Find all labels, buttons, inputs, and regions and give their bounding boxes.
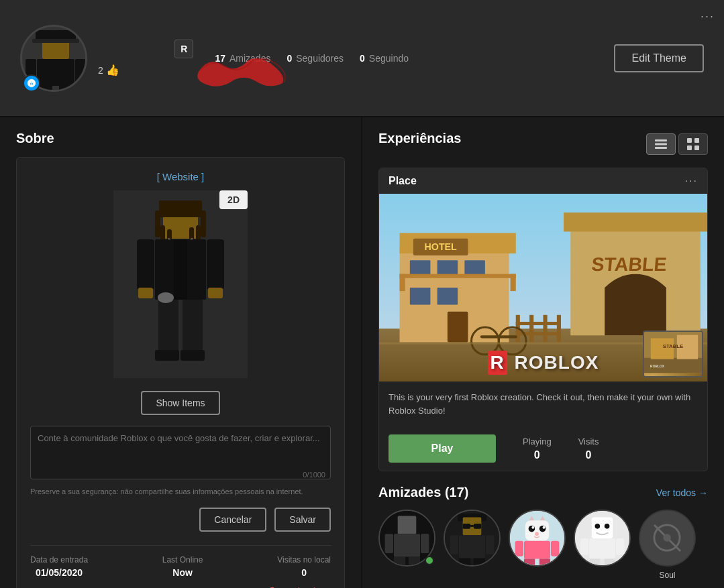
svg-point-115 <box>663 534 670 541</box>
svg-rect-22 <box>207 239 224 290</box>
visitas-local: Visitas no local 0 <box>277 555 331 578</box>
list-item[interactable] <box>444 510 501 580</box>
avatar-3d-preview <box>113 190 248 378</box>
svg-rect-35 <box>687 145 692 150</box>
friend-avatar <box>574 510 631 567</box>
bio-textarea[interactable] <box>30 426 331 479</box>
svg-rect-24 <box>208 288 223 298</box>
amizades-title: Amizades (17) <box>378 485 469 500</box>
svg-rect-109 <box>616 538 624 555</box>
friend-name: Soul <box>659 571 675 580</box>
svg-rect-8 <box>59 86 72 92</box>
svg-rect-34 <box>694 138 699 143</box>
experience-more-button[interactable]: ··· <box>685 175 698 187</box>
svg-rect-63 <box>480 335 517 338</box>
svg-rect-74 <box>385 534 393 553</box>
profile-avatar-wrapper <box>20 25 87 92</box>
list-item[interactable]: Soul <box>639 510 696 580</box>
svg-rect-108 <box>580 538 588 555</box>
experience-description: This is your very first Roblox creation.… <box>379 381 707 426</box>
profile-more-button[interactable]: ··· <box>701 9 715 23</box>
svg-rect-12 <box>159 200 202 217</box>
svg-rect-73 <box>394 534 420 556</box>
svg-rect-104 <box>592 518 613 538</box>
svg-rect-86 <box>486 535 494 554</box>
2d-badge: 2D <box>219 190 248 209</box>
username-area: Username R 2 👍 <box>98 40 193 76</box>
list-item[interactable] <box>574 510 631 580</box>
svg-rect-31 <box>655 143 667 145</box>
svg-rect-26 <box>183 300 203 353</box>
seguidores-stat[interactable]: 0 Seguidores <box>287 53 344 64</box>
view-list-button[interactable] <box>646 133 676 155</box>
main-content: Sobre [ Website ] <box>0 117 724 588</box>
svg-text:STABLE: STABLE <box>663 343 684 349</box>
show-items-button[interactable]: Show Items <box>141 391 219 415</box>
svg-rect-101 <box>524 558 535 565</box>
svg-rect-83 <box>470 525 474 527</box>
platform-badge: R <box>174 40 193 58</box>
website-link[interactable]: [ Website ] <box>157 171 205 182</box>
ver-todos-label: Ver todos <box>656 487 696 498</box>
svg-rect-21 <box>137 239 154 290</box>
online-indicator <box>425 556 434 565</box>
svg-text:STABLE: STABLE <box>590 253 668 275</box>
svg-rect-85 <box>450 535 458 554</box>
seguindo-label: Seguindo <box>369 53 409 64</box>
svg-rect-53 <box>564 213 707 232</box>
svg-rect-6 <box>75 59 86 82</box>
svg-rect-58 <box>557 315 561 343</box>
friend-avatar-wrapper <box>444 510 501 567</box>
list-item[interactable] <box>509 510 566 580</box>
data-entrada-label: Data de entrada <box>30 555 88 565</box>
experience-card: Place ··· <box>378 168 708 471</box>
profile-meta: Data de entrada 01/05/2020 Last Online N… <box>30 545 331 578</box>
last-online: Last Online Now <box>162 555 203 578</box>
view-grid-button[interactable] <box>678 133 708 155</box>
roblox-watermark: R ROBLOX <box>488 351 599 375</box>
edit-theme-button[interactable]: Edit Theme <box>614 44 704 72</box>
svg-rect-33 <box>687 138 692 143</box>
visits-stat: Visits 0 <box>578 436 599 461</box>
svg-rect-51 <box>511 274 516 291</box>
visitas-value: 0 <box>301 567 307 578</box>
seguindo-stat[interactable]: 0 Seguindo <box>360 53 409 64</box>
svg-rect-56 <box>529 315 533 343</box>
svg-rect-77 <box>409 557 420 565</box>
svg-rect-36 <box>694 145 699 150</box>
save-button[interactable]: Salvar <box>274 508 331 532</box>
svg-rect-87 <box>459 558 470 565</box>
likes-badge: 2 👍 <box>98 64 193 76</box>
list-view-icon <box>655 139 667 149</box>
svg-rect-110 <box>589 558 600 565</box>
ver-todos-link[interactable]: Ver todos → <box>656 487 708 498</box>
svg-point-94 <box>539 526 546 532</box>
svg-rect-76 <box>394 557 405 565</box>
svg-rect-48 <box>448 312 468 343</box>
svg-rect-30 <box>655 139 667 141</box>
profile-left: Username R 2 👍 17 Amizades 0 Seguidores <box>20 25 409 92</box>
grid-view-icon <box>687 138 699 150</box>
data-entrada-value: 01/05/2020 <box>36 567 83 578</box>
svg-point-96 <box>543 526 546 529</box>
svg-rect-57 <box>544 315 548 343</box>
play-button[interactable]: Play <box>389 434 496 463</box>
right-panel: Experiências <box>362 117 724 588</box>
friend-avatar-wrapper <box>509 510 566 567</box>
visitas-label: Visitas no local <box>277 555 331 565</box>
playing-label: Playing <box>523 436 552 447</box>
svg-rect-13 <box>155 211 160 237</box>
svg-rect-82 <box>474 524 481 529</box>
data-entrada: Data de entrada 01/05/2020 <box>30 555 88 578</box>
view-toggle <box>646 133 708 155</box>
svg-rect-27 <box>155 350 179 361</box>
list-item[interactable] <box>378 510 435 580</box>
friend-avatar <box>509 510 566 567</box>
amizades-header: Amizades (17) Ver todos → <box>378 485 708 500</box>
cancel-button[interactable]: Cancelar <box>199 508 266 532</box>
visits-value: 0 <box>586 449 592 461</box>
svg-rect-23 <box>138 288 153 298</box>
sobre-card: [ Website ] <box>16 157 345 588</box>
friend-avatar-wrapper <box>378 510 435 567</box>
svg-text:ROBLOX: ROBLOX <box>650 365 665 368</box>
